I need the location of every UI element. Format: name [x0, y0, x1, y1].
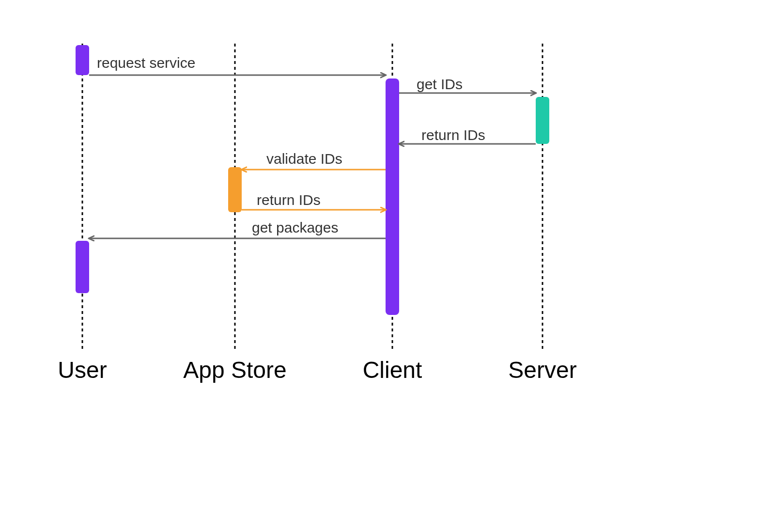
- activation-server: [536, 97, 549, 144]
- message-get-packages: get packages: [89, 219, 386, 238]
- message-validate-ids: validate IDs: [242, 151, 386, 170]
- participant-label-client: Client: [363, 357, 422, 383]
- participant-label-server: Server: [508, 357, 576, 383]
- sequence-diagram: request service get IDs return IDs valid…: [0, 0, 775, 532]
- message-return-ids-server: return IDs: [399, 127, 536, 144]
- message-label: get IDs: [417, 76, 463, 92]
- activation-appstore: [228, 167, 242, 212]
- message-return-ids-appstore: return IDs: [242, 192, 386, 210]
- activation-user-1: [76, 45, 89, 75]
- message-label: return IDs: [257, 192, 321, 208]
- message-label: get packages: [252, 219, 338, 235]
- message-label: request service: [97, 55, 195, 71]
- message-label: validate IDs: [266, 151, 342, 167]
- activation-user-2: [76, 241, 89, 293]
- participant-label-appstore: App Store: [183, 357, 286, 383]
- message-request-service: request service: [89, 55, 386, 75]
- activation-client: [386, 78, 399, 315]
- message-get-ids: get IDs: [399, 76, 536, 93]
- participant-label-user: User: [58, 357, 107, 383]
- message-label: return IDs: [421, 127, 485, 143]
